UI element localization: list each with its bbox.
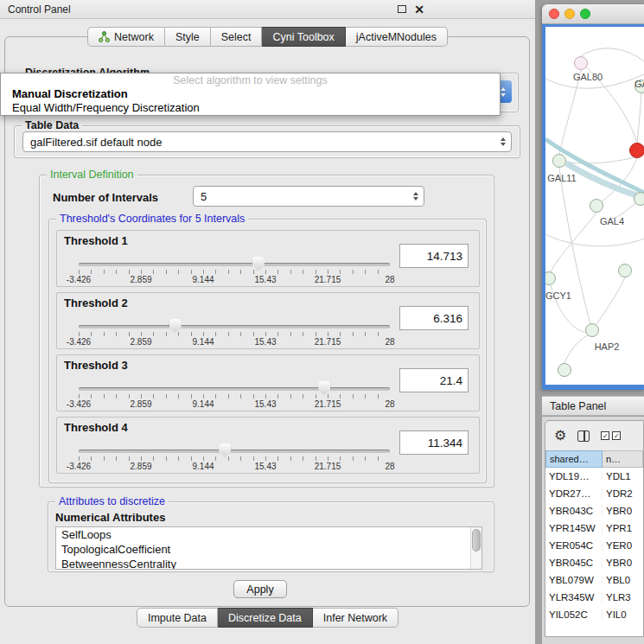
network-node[interactable] — [545, 272, 556, 285]
slider-track[interactable] — [79, 325, 390, 328]
table-rows: YDL19…YDL1 YDR27…YDR2 YBR043CYBR0 YPR145… — [545, 468, 643, 637]
header-cell-shared-name[interactable]: shared… — [545, 450, 603, 468]
threshold-value-input[interactable]: 14.713 — [399, 244, 469, 268]
network-node[interactable] — [553, 155, 566, 168]
threshold-panel: Threshold 4 -3.426 2.859 9.144 15.43 21.… — [56, 417, 480, 474]
slider-handle[interactable] — [318, 381, 330, 395]
tab-label: Infer Network — [323, 612, 387, 624]
list-item[interactable]: BetweennessCentrality — [56, 557, 481, 570]
cell: YBR0 — [603, 506, 643, 516]
list-item[interactable]: TopologicalCoefficient — [56, 542, 481, 557]
table-row[interactable]: YBR043CYBR0 — [545, 502, 643, 520]
network-node[interactable] — [619, 265, 632, 277]
gear-icon[interactable]: ⚙ — [554, 429, 566, 443]
tab-impute-data[interactable]: Impute Data — [137, 608, 218, 628]
table-row[interactable]: YBL079WYBL0 — [545, 571, 643, 589]
combo-stepper-icon — [413, 192, 418, 201]
tab-infer-network[interactable]: Infer Network — [313, 608, 399, 628]
tab-network[interactable]: Network — [87, 27, 165, 47]
float-window-icon[interactable] — [398, 5, 406, 13]
tab-label: Style — [175, 31, 200, 43]
cell: YBL079W — [545, 575, 603, 585]
threshold-slider: -3.426 2.859 9.144 15.43 21.715 28 — [79, 442, 390, 473]
tab-cyni-toolbox[interactable]: Cyni Toolbox — [262, 27, 345, 47]
network-node[interactable] — [634, 193, 644, 206]
table-data-combobox[interactable]: galFiltered.sif default node — [22, 131, 512, 152]
cell: YBR045C — [545, 558, 603, 568]
close-window-icon[interactable]: ✕ — [414, 3, 424, 16]
threshold-label: Threshold 3 — [64, 359, 128, 372]
screen: Control Panel ✕ Network — [0, 0, 644, 644]
network-edge — [637, 93, 641, 143]
scrollbar-thumb[interactable] — [472, 529, 481, 552]
intervals-combobox[interactable]: 5 — [193, 186, 424, 207]
network-node[interactable] — [586, 324, 599, 337]
slider-handle[interactable] — [169, 319, 182, 333]
tab-label: Discretize Data — [228, 612, 302, 624]
table-card: ⚙ ✓ ✓ shared… n… YDL19…YDL1 YDR27…YDR2 Y… — [545, 420, 644, 637]
attributes-group-title: Attributes to discretize — [55, 495, 169, 507]
zoom-traffic-light[interactable] — [580, 9, 590, 19]
table-row[interactable]: YLR345WYLR3 — [545, 589, 643, 606]
network-node[interactable] — [590, 200, 603, 213]
table-panel-title: Table Panel — [550, 400, 606, 412]
network-edge — [551, 213, 596, 272]
tab-label: Impute Data — [148, 612, 207, 624]
thresholds-group-title: Threshold's Coordinates for 5 Intervals — [56, 213, 248, 225]
network-node[interactable] — [558, 364, 571, 377]
slider-track[interactable] — [79, 387, 390, 391]
slider-track[interactable] — [79, 450, 390, 453]
slider-ticks — [79, 270, 390, 274]
network-node-red[interactable] — [630, 143, 644, 158]
tab-style[interactable]: Style — [165, 27, 211, 47]
apply-button[interactable]: Apply — [233, 580, 287, 598]
table-row[interactable]: YIL052CYIL0 — [545, 606, 643, 623]
slider-scale: -3.426 2.859 9.144 15.43 21.715 28 — [79, 399, 390, 410]
list-item[interactable]: SelfLoops — [56, 527, 481, 542]
slider-track[interactable] — [79, 263, 390, 266]
threshold-value-input[interactable]: 11.344 — [399, 430, 469, 455]
slider-scale: -3.426 2.859 9.144 15.43 21.715 28 — [79, 337, 390, 348]
table-row[interactable]: YBR045CYBR0 — [545, 554, 643, 571]
columns-icon[interactable] — [577, 430, 590, 442]
table-row[interactable]: YDL19…YDL1 — [545, 468, 643, 485]
cell: YER0 — [603, 540, 643, 551]
cell: YLR345W — [545, 592, 603, 603]
slider-ticks — [79, 394, 390, 399]
threshold-value-input[interactable]: 21.4 — [399, 368, 469, 392]
intervals-combobox-value: 5 — [201, 190, 207, 203]
checkbox-icon: ✓ — [612, 431, 621, 440]
select-columns-icon[interactable]: ✓ ✓ — [601, 431, 621, 440]
scale-label: 15.43 — [254, 462, 276, 471]
scale-label: 15.43 — [254, 337, 276, 347]
node-label: GAL80 — [573, 72, 603, 82]
tab-discretize-data[interactable]: Discretize Data — [218, 608, 313, 628]
slider-ticks — [79, 456, 390, 461]
popup-option-manual-discretization[interactable]: Manual Discretization — [1, 87, 500, 101]
table-row[interactable]: YDR27…YDR2 — [545, 485, 643, 502]
cell: YPR145W — [545, 523, 603, 533]
tab-label: Select — [221, 31, 252, 43]
minimize-traffic-light[interactable] — [564, 9, 575, 19]
scrollbar[interactable] — [470, 527, 481, 569]
network-node[interactable] — [575, 57, 588, 70]
cell: YER054C — [545, 540, 603, 551]
tab-jactivemnodules[interactable]: jActiveMNodules — [346, 27, 448, 47]
table-data-combobox-value: galFiltered.sif default node — [30, 136, 162, 149]
slider-handle[interactable] — [219, 443, 231, 457]
combo-stepper-icon — [501, 137, 506, 146]
attributes-list: SelfLoops TopologicalCoefficient Between… — [55, 526, 482, 570]
network-canvas[interactable]: GAL80 GA GAL11 GAL4 GCY1 HAP2 — [545, 27, 644, 385]
table-row[interactable]: YPR145WYPR1 — [545, 520, 643, 537]
threshold-value-input[interactable]: 6.316 — [399, 306, 469, 330]
header-cell-name[interactable]: n… — [603, 450, 643, 468]
table-panel-header: Table Panel — [542, 396, 644, 416]
slider-ticks — [79, 332, 390, 336]
table-row[interactable]: YER054CYER0 — [545, 537, 643, 554]
scale-label: 2.859 — [130, 399, 151, 409]
threshold-panel: Threshold 3 -3.426 2.859 9.144 15.43 21.… — [56, 354, 480, 411]
tab-select[interactable]: Select — [211, 27, 263, 47]
close-traffic-light[interactable] — [549, 9, 559, 19]
popup-option-equal-width-frequency[interactable]: Equal Width/Frequency Discretization — [1, 101, 500, 115]
slider-handle[interactable] — [252, 257, 265, 271]
